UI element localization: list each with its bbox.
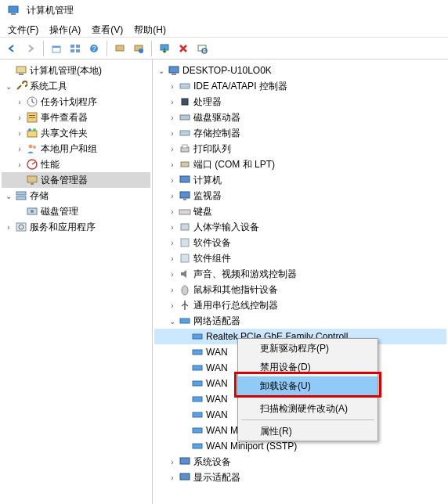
node-wan[interactable]: WAN: [206, 394, 228, 405]
expander-icon[interactable]: ›: [167, 472, 178, 483]
expander-icon[interactable]: ›: [14, 128, 25, 139]
ctx-disable-device[interactable]: 禁用设备(D): [238, 358, 378, 376]
svg-rect-55: [193, 350, 202, 355]
tree-task-scheduler[interactable]: 任务计划程序: [41, 95, 97, 109]
svg-rect-39: [182, 99, 188, 105]
right-tree[interactable]: ⌄DESKTOP-U10LO0K ›IDE ATA/ATAPI 控制器 ›处理器…: [153, 59, 448, 504]
tree-root[interactable]: 计算机管理(本地): [30, 64, 102, 77]
expander-icon[interactable]: ›: [167, 159, 178, 170]
node-network[interactable]: 网络适配器: [193, 315, 240, 328]
svg-rect-28: [27, 176, 37, 182]
node-wan[interactable]: WAN: [206, 347, 228, 358]
node-ide[interactable]: IDE ATA/ATAPI 控制器: [193, 80, 287, 93]
tree-event-viewer[interactable]: 事件查看器: [41, 111, 88, 124]
expander-icon[interactable]: ›: [14, 143, 25, 154]
expander-icon[interactable]: ›: [167, 206, 178, 217]
node-ports[interactable]: 端口 (COM 和 LPT): [193, 158, 275, 171]
tree-system-tools[interactable]: 系统工具: [30, 80, 67, 93]
shared-folders-icon: [26, 127, 38, 139]
node-mouse[interactable]: 鼠标和其他指针设备: [193, 283, 278, 297]
node-software-dev[interactable]: 软件设备: [193, 236, 231, 250]
node-monitor[interactable]: 监视器: [193, 189, 222, 203]
scan-hardware-button[interactable]: [193, 40, 211, 57]
svg-rect-59: [193, 412, 202, 417]
expander-icon[interactable]: ›: [14, 112, 25, 123]
hid-icon: [179, 221, 191, 233]
ctx-properties[interactable]: 属性(R): [238, 422, 378, 441]
up-button[interactable]: [48, 40, 65, 57]
menu-action[interactable]: 操作(A): [45, 22, 85, 35]
node-wan[interactable]: WAN: [206, 362, 228, 373]
node-usb[interactable]: 通用串行总线控制器: [193, 299, 278, 312]
svg-rect-17: [19, 74, 23, 75]
mouse-icon: [179, 283, 191, 296]
tree-services[interactable]: 服务和应用程序: [30, 221, 96, 234]
tree-device-manager[interactable]: 设备管理器: [41, 174, 88, 187]
node-software-comp[interactable]: 软件组件: [193, 252, 231, 265]
expander-icon[interactable]: ›: [167, 96, 178, 107]
svg-rect-30: [16, 192, 26, 195]
software-dev-icon: [179, 236, 191, 249]
expander-icon[interactable]: ›: [167, 112, 178, 123]
expander-icon[interactable]: ›: [167, 143, 178, 154]
node-disk-drive[interactable]: 磁盘驱动器: [193, 111, 240, 124]
back-button[interactable]: [3, 40, 20, 57]
node-wan[interactable]: WAN: [206, 378, 228, 389]
expander-icon[interactable]: ›: [167, 456, 178, 467]
node-storage-ctrl[interactable]: 存储控制器: [193, 127, 240, 140]
expander-icon[interactable]: ›: [167, 253, 178, 264]
expander-icon[interactable]: ›: [167, 284, 178, 295]
ctx-uninstall-device[interactable]: 卸载设备(U): [238, 376, 378, 395]
expander-icon[interactable]: ⌄: [3, 81, 14, 92]
tree-local-users[interactable]: 本地用户和组: [41, 142, 97, 156]
node-display[interactable]: 显示适配器: [193, 471, 240, 484]
update-driver-button[interactable]: [156, 40, 173, 57]
tree-storage[interactable]: 存储: [30, 189, 49, 203]
ctx-update-driver[interactable]: 更新驱动程序(P): [238, 339, 378, 358]
nic-icon: [191, 377, 204, 390]
expander-icon[interactable]: ›: [167, 237, 178, 248]
node-wan[interactable]: WAN: [206, 409, 228, 420]
node-system-dev[interactable]: 系统设备: [193, 455, 231, 469]
uninstall-device-button[interactable]: [175, 40, 192, 57]
expander-icon[interactable]: ›: [167, 300, 178, 311]
expander-icon[interactable]: ›: [14, 96, 25, 107]
menu-view[interactable]: 查看(V): [87, 22, 128, 35]
expander-icon[interactable]: ›: [167, 175, 178, 185]
menu-file[interactable]: 文件(F): [3, 22, 43, 35]
refresh-button[interactable]: [130, 40, 147, 57]
svg-rect-20: [29, 115, 35, 116]
node-desktop[interactable]: DESKTOP-U10LO0K: [182, 65, 272, 76]
tree-disk-mgmt[interactable]: 磁盘管理: [41, 205, 78, 218]
expander-icon[interactable]: ›: [167, 190, 178, 201]
node-audio[interactable]: 声音、视频和游戏控制器: [193, 268, 297, 281]
expander-icon[interactable]: ›: [3, 221, 14, 232]
tree-shared-folders[interactable]: 共享文件夹: [41, 127, 88, 140]
left-tree[interactable]: ▸计算机管理(本地) ⌄系统工具 ›任务计划程序 ›事件查看器 ›共享文件夹 ›…: [0, 59, 153, 504]
menu-help[interactable]: 帮助(H): [129, 22, 171, 35]
expander-icon[interactable]: ›: [14, 159, 25, 170]
node-keyboard[interactable]: 键盘: [193, 205, 212, 218]
node-wan-sstp[interactable]: WAN Miniport (SSTP): [206, 441, 297, 452]
device-button[interactable]: [111, 40, 128, 57]
expander-icon[interactable]: ›: [167, 268, 178, 279]
ctx-scan-hardware[interactable]: 扫描检测硬件改动(A): [238, 399, 378, 418]
svg-point-12: [139, 49, 143, 53]
list-button[interactable]: [67, 40, 84, 57]
expander-icon[interactable]: ›: [167, 81, 178, 92]
node-computer[interactable]: 计算机: [193, 174, 222, 187]
svg-rect-58: [193, 397, 202, 401]
node-processor[interactable]: 处理器: [193, 95, 222, 109]
expander-icon[interactable]: ›: [167, 128, 178, 139]
expander-icon[interactable]: ⌄: [156, 65, 167, 76]
help-button[interactable]: ?: [85, 40, 103, 57]
tree-performance[interactable]: 性能: [41, 158, 60, 171]
node-hid[interactable]: 人体学输入设备: [193, 221, 259, 234]
expander-icon[interactable]: ⌄: [167, 315, 178, 326]
svg-rect-57: [193, 381, 202, 386]
node-print-queue[interactable]: 打印队列: [193, 142, 231, 156]
forward-button[interactable]: [22, 40, 39, 57]
svg-rect-3: [52, 46, 60, 48]
expander-icon[interactable]: ⌄: [3, 190, 14, 201]
expander-icon[interactable]: ›: [167, 221, 178, 232]
